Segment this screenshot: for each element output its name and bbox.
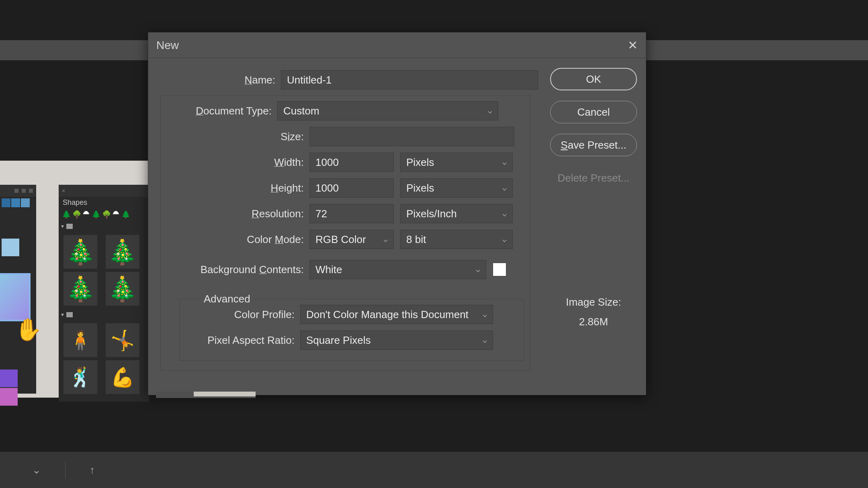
- tree-icon[interactable]: ⯊: [83, 210, 90, 219]
- resolution-unit-select[interactable]: Pixels/Inch ⌵: [400, 204, 513, 223]
- bg-contents-value: White: [315, 263, 342, 276]
- height-label: Height:: [161, 182, 309, 194]
- ok-button[interactable]: OK: [550, 68, 637, 90]
- resolution-input[interactable]: [309, 204, 394, 223]
- tree-icon[interactable]: 🌲: [121, 210, 130, 219]
- magenta-swatch[interactable]: [0, 388, 18, 406]
- shape-thumb-tree[interactable]: 🎄: [106, 272, 139, 306]
- shape-icons-row: 🌲 🌳 ⯊ 🌲 🌳 ⯊ 🌲: [59, 208, 149, 221]
- chevron-down-icon: ⌵: [483, 310, 487, 319]
- folder-row[interactable]: ▾: [59, 309, 149, 320]
- resolution-row: Resolution: Pixels/Inch ⌵: [161, 201, 530, 227]
- close-icon[interactable]: ✕: [628, 38, 638, 52]
- width-unit: Pixels: [406, 156, 434, 169]
- chevron-down-icon: ▾: [61, 311, 64, 318]
- bg-color-swatch[interactable]: [493, 263, 506, 276]
- color-bits-value: 8 bit: [406, 233, 426, 246]
- shapes-panel[interactable]: × Shapes 🌲 🌳 ⯊ 🌲 🌳 ⯊ 🌲 ▾ 🎄 🎄 🎄 🎄 ▾ 🧍 🤸 🕺…: [59, 185, 149, 402]
- name-label: Name:: [164, 74, 281, 86]
- height-input[interactable]: [309, 178, 394, 198]
- swatches-tabbar: [0, 185, 36, 197]
- pixel-aspect-select[interactable]: Square Pixels ⌵: [300, 331, 493, 350]
- name-input[interactable]: [281, 70, 538, 90]
- resolution-unit: Pixels/Inch: [406, 208, 457, 220]
- shape-thumb-person[interactable]: 🤸: [106, 323, 139, 357]
- name-row: Name:: [148, 67, 538, 93]
- bg-contents-row: Background Contents: White ⌵: [161, 252, 530, 287]
- tree-icon[interactable]: 🌳: [102, 210, 111, 219]
- chevron-down-icon[interactable]: ⌄: [32, 464, 41, 476]
- chevron-down-icon: ⌵: [476, 265, 480, 274]
- tree-icon[interactable]: 🌳: [72, 210, 81, 219]
- bg-contents-label: Background Contents:: [161, 263, 309, 276]
- chevron-down-icon: ⌵: [488, 106, 492, 115]
- document-settings-group: Document Type: Custom ⌵ Size: Width:: [160, 95, 530, 371]
- height-unit-select[interactable]: Pixels ⌵: [400, 178, 513, 198]
- doc-type-value: Custom: [283, 105, 319, 117]
- folder-row[interactable]: ▾: [59, 221, 149, 232]
- tree-icon[interactable]: 🌲: [92, 210, 100, 219]
- swatch-row: [0, 237, 36, 258]
- color-mode-value: RGB Color: [315, 233, 366, 246]
- tree-icon[interactable]: ⯊: [113, 210, 120, 219]
- color-mode-select[interactable]: RGB Color ⌵: [309, 230, 394, 249]
- folder-icon: [66, 224, 73, 229]
- width-input[interactable]: [309, 153, 394, 172]
- chevron-down-icon: ▾: [61, 223, 64, 229]
- width-row: Width: Pixels ⌵: [161, 149, 530, 175]
- shape-thumb-tree[interactable]: 🎄: [63, 272, 97, 306]
- color-bits-select[interactable]: 8 bit ⌵: [400, 230, 513, 249]
- chevron-down-icon: ⌵: [502, 158, 507, 167]
- color-profile-row: Color Profile: Don't Color Manage this D…: [180, 302, 524, 327]
- chevron-down-icon: ⌵: [502, 184, 507, 192]
- advanced-group: Advanced Color Profile: Don't Color Mana…: [179, 299, 524, 361]
- cancel-button[interactable]: Cancel: [550, 101, 637, 123]
- shape-thumb-person[interactable]: 💪: [106, 360, 139, 394]
- pixel-aspect-row: Pixel Aspect Ratio: Square Pixels ⌵: [180, 327, 524, 353]
- color-mode-row: Color Mode: RGB Color ⌵ 8 bit ⌵: [161, 227, 530, 252]
- resolution-label: Resolution:: [161, 208, 309, 220]
- color-profile-select[interactable]: Don't Color Manage this Document ⌵: [300, 305, 493, 324]
- dialog-titlebar: New ✕: [148, 33, 646, 58]
- close-icon[interactable]: ×: [62, 188, 65, 194]
- height-unit: Pixels: [406, 182, 434, 194]
- purple-swatch[interactable]: [0, 370, 18, 387]
- size-row: Size:: [161, 124, 530, 149]
- size-select: [309, 127, 514, 146]
- shape-thumb-tree[interactable]: 🎄: [63, 235, 97, 269]
- chevron-down-icon: ⌵: [502, 235, 507, 244]
- chevron-down-icon: ⌵: [502, 209, 507, 218]
- advanced-legend: Advanced: [200, 293, 254, 305]
- bottom-toolbar: ⌄ ↑: [0, 452, 868, 488]
- shape-thumb-person[interactable]: 🧍: [63, 323, 97, 357]
- cursor-hand-icon: ✋: [16, 317, 40, 341]
- image-size-info: Image Size: 2.86M: [550, 296, 637, 328]
- arrow-up-icon[interactable]: ↑: [90, 464, 95, 476]
- height-row: Height: Pixels ⌵: [161, 175, 530, 201]
- swatch-row: [0, 197, 36, 209]
- chevron-down-icon: ⌵: [483, 336, 487, 345]
- shape-thumb-person[interactable]: 🕺: [63, 360, 97, 394]
- pixel-aspect-value: Square Pixels: [306, 334, 371, 347]
- selected-gradient-swatch[interactable]: [0, 273, 31, 321]
- save-preset-button[interactable]: Save Preset...: [550, 134, 637, 156]
- doc-type-label: Document Type:: [161, 105, 277, 117]
- doc-type-select[interactable]: Custom ⌵: [277, 101, 498, 120]
- folder-icon: [66, 312, 73, 317]
- tree-icon[interactable]: 🌲: [62, 210, 71, 219]
- color-profile-label: Color Profile:: [180, 308, 300, 321]
- image-size-label: Image Size:: [550, 296, 637, 308]
- image-size-value: 2.86M: [550, 316, 637, 328]
- footer-fragment: [194, 392, 256, 396]
- shape-thumb-tree[interactable]: 🎄: [106, 235, 139, 269]
- color-mode-label: Color Mode:: [161, 233, 309, 246]
- delete-preset-button: Delete Preset...: [550, 167, 637, 189]
- doc-type-row: Document Type: Custom ⌵: [161, 98, 530, 124]
- width-unit-select[interactable]: Pixels ⌵: [400, 153, 513, 172]
- color-profile-value: Don't Color Manage this Document: [306, 308, 469, 321]
- width-label: Width:: [161, 156, 309, 169]
- chevron-down-icon: ⌵: [383, 235, 388, 244]
- bg-contents-select[interactable]: White ⌵: [309, 260, 486, 279]
- dialog-title: New: [156, 39, 179, 52]
- shapes-panel-title: Shapes: [59, 197, 149, 208]
